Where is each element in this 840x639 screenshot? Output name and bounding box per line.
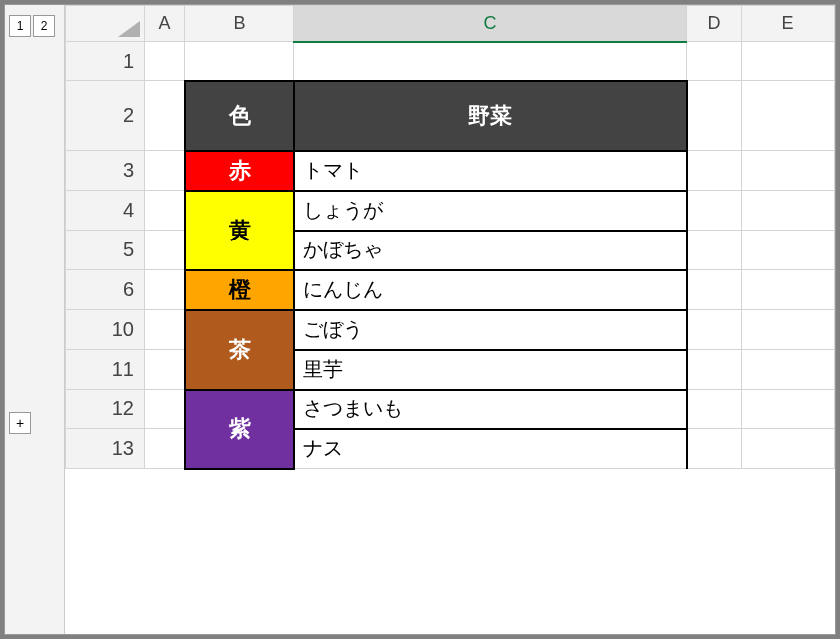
cell[interactable]: [687, 151, 742, 191]
cell[interactable]: [742, 81, 835, 151]
cell[interactable]: [185, 42, 294, 81]
veg-cell[interactable]: ごぼう: [294, 310, 687, 350]
row-header[interactable]: 4: [66, 191, 145, 231]
cell[interactable]: [145, 231, 185, 270]
col-header-D[interactable]: D: [687, 6, 742, 42]
outline-expand-button[interactable]: +: [9, 412, 31, 434]
row-header[interactable]: 11: [66, 350, 145, 390]
row-header[interactable]: 13: [66, 429, 145, 469]
cell[interactable]: [687, 81, 742, 151]
cell[interactable]: [145, 270, 185, 310]
color-category-orange[interactable]: 橙: [185, 270, 294, 310]
table-header-veg[interactable]: 野菜: [294, 81, 687, 151]
veg-cell[interactable]: ナス: [294, 429, 687, 469]
cell[interactable]: [687, 310, 742, 350]
cell[interactable]: [687, 191, 742, 231]
cell[interactable]: [742, 429, 835, 469]
cell[interactable]: [742, 231, 835, 270]
col-header-E[interactable]: E: [742, 6, 835, 42]
outline-level-buttons: 1 2: [5, 5, 64, 47]
cell[interactable]: [687, 42, 742, 81]
cell[interactable]: [145, 151, 185, 191]
cell[interactable]: [687, 231, 742, 270]
outline-level-1[interactable]: 1: [9, 15, 31, 37]
row-header[interactable]: 1: [66, 42, 145, 81]
cell[interactable]: [742, 191, 835, 231]
row-header[interactable]: 12: [66, 390, 145, 429]
cell[interactable]: [145, 310, 185, 350]
cell[interactable]: [145, 191, 185, 231]
cell[interactable]: [742, 151, 835, 191]
cell[interactable]: [145, 81, 185, 151]
select-all-corner[interactable]: [66, 6, 145, 42]
color-category-brown[interactable]: 茶: [185, 310, 294, 390]
row-header[interactable]: 10: [66, 310, 145, 350]
cell[interactable]: [145, 350, 185, 390]
veg-cell[interactable]: 里芋: [294, 350, 687, 390]
veg-cell[interactable]: さつまいも: [294, 390, 687, 429]
cell[interactable]: [145, 42, 185, 81]
table-header-color[interactable]: 色: [185, 81, 294, 151]
grid-area[interactable]: A B C D E 1 2: [65, 5, 835, 634]
outline-pane: 1 2 +: [5, 5, 65, 634]
cell[interactable]: [742, 390, 835, 429]
cell[interactable]: [687, 270, 742, 310]
col-header-C[interactable]: C: [294, 6, 687, 42]
color-category-purple[interactable]: 紫: [185, 390, 294, 469]
cell[interactable]: [145, 390, 185, 429]
cell[interactable]: [145, 429, 185, 469]
col-header-A[interactable]: A: [145, 6, 185, 42]
color-category-red[interactable]: 赤: [185, 151, 294, 191]
row-header[interactable]: 6: [66, 270, 145, 310]
row-header[interactable]: 2: [66, 81, 145, 151]
cell[interactable]: [742, 310, 835, 350]
cell[interactable]: [687, 390, 742, 429]
cell[interactable]: [294, 42, 687, 81]
veg-cell[interactable]: にんじん: [294, 270, 687, 310]
spreadsheet-window: 1 2 + A B C D E 1: [4, 4, 836, 635]
veg-cell[interactable]: しょうが: [294, 191, 687, 231]
cell[interactable]: [742, 270, 835, 310]
cell[interactable]: [742, 42, 835, 81]
outline-level-2[interactable]: 2: [33, 15, 55, 37]
cell[interactable]: [742, 350, 835, 390]
column-header-row: A B C D E: [66, 6, 835, 42]
cell[interactable]: [687, 350, 742, 390]
cell[interactable]: [687, 429, 742, 469]
color-category-yellow[interactable]: 黄: [185, 191, 294, 270]
spreadsheet-grid[interactable]: A B C D E 1 2: [65, 5, 835, 470]
col-header-B[interactable]: B: [185, 6, 294, 42]
row-header[interactable]: 3: [66, 151, 145, 191]
veg-cell[interactable]: トマト: [294, 151, 687, 191]
veg-cell[interactable]: かぼちゃ: [294, 231, 687, 270]
row-header[interactable]: 5: [66, 231, 145, 270]
